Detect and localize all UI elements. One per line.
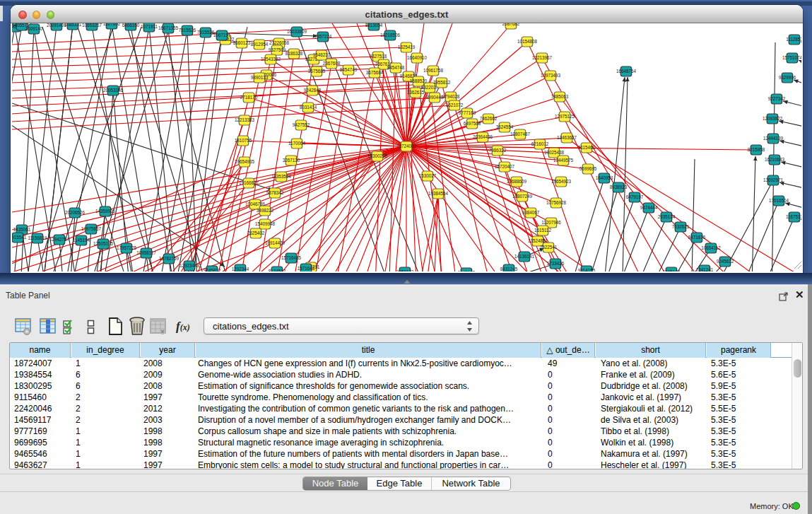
svg-text:14359926: 14359926 bbox=[95, 209, 116, 214]
svg-text:10961758: 10961758 bbox=[423, 68, 444, 73]
svg-text:1167531: 1167531 bbox=[786, 214, 801, 219]
svg-text:2522541: 2522541 bbox=[540, 245, 558, 250]
svg-text:18300295: 18300295 bbox=[367, 153, 388, 158]
svg-text:1362615: 1362615 bbox=[407, 90, 425, 95]
svg-text:1292344: 1292344 bbox=[232, 267, 249, 271]
svg-text:1640953: 1640953 bbox=[596, 175, 613, 180]
svg-text:10654112: 10654112 bbox=[701, 245, 721, 250]
svg-text:8471676: 8471676 bbox=[688, 235, 706, 240]
svg-text:13449575: 13449575 bbox=[553, 158, 574, 163]
svg-text:9474444: 9474444 bbox=[640, 205, 658, 210]
svg-text:7625402: 7625402 bbox=[247, 230, 265, 235]
svg-text:20206526: 20206526 bbox=[65, 210, 86, 215]
svg-text:9314155: 9314155 bbox=[578, 268, 596, 271]
svg-text:18724007: 18724007 bbox=[396, 144, 417, 148]
svg-text:8990448: 8990448 bbox=[426, 95, 444, 100]
svg-text:12975125: 12975125 bbox=[555, 114, 575, 119]
svg-text:1067191: 1067191 bbox=[213, 33, 231, 37]
svg-text:19654935: 19654935 bbox=[235, 159, 255, 164]
svg-text:9384067: 9384067 bbox=[522, 210, 540, 215]
svg-text:20053346: 20053346 bbox=[103, 88, 124, 93]
svg-text:17957225: 17957225 bbox=[117, 245, 137, 250]
svg-text:11156819: 11156819 bbox=[28, 235, 47, 240]
svg-text:8660123: 8660123 bbox=[233, 40, 251, 45]
svg-text:10756928: 10756928 bbox=[546, 200, 567, 205]
svg-text:12444139: 12444139 bbox=[763, 136, 784, 141]
svg-text:16782759: 16782759 bbox=[159, 256, 180, 261]
svg-text:6466160: 6466160 bbox=[122, 23, 140, 28]
svg-text:23226058: 23226058 bbox=[269, 40, 290, 45]
svg-text:2009140: 2009140 bbox=[25, 26, 43, 31]
svg-text:2087682: 2087682 bbox=[502, 23, 520, 26]
svg-text:16640910: 16640910 bbox=[407, 55, 428, 60]
svg-text:10807487: 10807487 bbox=[510, 132, 531, 136]
svg-text:7632621: 7632621 bbox=[672, 224, 690, 229]
svg-text:1530027: 1530027 bbox=[419, 173, 437, 178]
svg-text:9658123: 9658123 bbox=[396, 269, 414, 271]
svg-text:1085331: 1085331 bbox=[64, 23, 82, 27]
svg-text:12923448: 12923448 bbox=[180, 263, 200, 268]
svg-text:10025438: 10025438 bbox=[544, 150, 565, 155]
svg-text:8031414: 8031414 bbox=[300, 105, 317, 110]
svg-text:19654923: 19654923 bbox=[551, 179, 572, 184]
svg-text:12505135: 12505135 bbox=[93, 241, 114, 246]
svg-text:3915541: 3915541 bbox=[12, 235, 27, 240]
svg-text:11207946: 11207946 bbox=[541, 220, 561, 225]
svg-text:15716485: 15716485 bbox=[281, 255, 302, 260]
svg-text:10958117: 10958117 bbox=[136, 250, 156, 255]
svg-text:6497568: 6497568 bbox=[464, 121, 481, 126]
svg-text:18807249: 18807249 bbox=[512, 194, 533, 199]
svg-text:2935134: 2935134 bbox=[658, 214, 676, 219]
svg-text:1112853: 1112853 bbox=[786, 37, 801, 42]
svg-text:15409948: 15409948 bbox=[255, 221, 276, 226]
svg-text:1145194: 1145194 bbox=[73, 238, 90, 243]
svg-text:10543382: 10543382 bbox=[261, 57, 281, 62]
svg-text:15751074: 15751074 bbox=[782, 55, 801, 60]
svg-text:7515526: 7515526 bbox=[197, 30, 215, 35]
svg-text:10154808: 10154808 bbox=[517, 39, 538, 44]
svg-text:1435061: 1435061 bbox=[13, 227, 31, 232]
svg-text:1546231: 1546231 bbox=[313, 52, 331, 57]
svg-text:1733426: 1733426 bbox=[547, 261, 565, 266]
svg-text:7485063: 7485063 bbox=[551, 94, 569, 99]
svg-text:16648764: 16648764 bbox=[616, 69, 637, 74]
svg-text:1170064: 1170064 bbox=[288, 141, 306, 146]
svg-text:12942757: 12942757 bbox=[49, 237, 70, 242]
svg-text:9794028: 9794028 bbox=[442, 94, 460, 99]
svg-text:3498222: 3498222 bbox=[257, 208, 274, 213]
svg-text:1845123: 1845123 bbox=[663, 269, 681, 271]
svg-text:16671355: 16671355 bbox=[158, 25, 179, 30]
svg-text:14136141: 14136141 bbox=[514, 254, 535, 259]
svg-text:9327509: 9327509 bbox=[269, 47, 286, 52]
svg-text:9427552: 9427552 bbox=[293, 122, 310, 127]
svg-text:7955812: 7955812 bbox=[433, 80, 451, 85]
svg-text:9329996: 9329996 bbox=[779, 75, 796, 80]
svg-text:1571648: 1571648 bbox=[298, 266, 315, 271]
svg-text:12093822: 12093822 bbox=[763, 116, 783, 121]
svg-text:12213383: 12213383 bbox=[235, 117, 255, 122]
svg-text:1071911: 1071911 bbox=[141, 24, 158, 29]
svg-text:13692971: 13692971 bbox=[763, 177, 784, 182]
svg-text:15720407: 15720407 bbox=[495, 164, 515, 169]
svg-text:2718170: 2718170 bbox=[240, 95, 258, 100]
svg-text:13463627: 13463627 bbox=[557, 135, 577, 140]
svg-text:1325419: 1325419 bbox=[398, 45, 416, 49]
svg-text:16914479: 16914479 bbox=[265, 240, 286, 245]
svg-text:8813054: 8813054 bbox=[365, 23, 383, 28]
svg-text:9227342: 9227342 bbox=[768, 96, 786, 101]
svg-text:7515526: 7515526 bbox=[179, 28, 196, 33]
svg-text:9777169: 9777169 bbox=[459, 110, 476, 115]
svg-text:19384554: 19384554 bbox=[428, 191, 449, 196]
svg-text:10653267: 10653267 bbox=[82, 23, 102, 28]
svg-text:10688609: 10688609 bbox=[507, 179, 527, 184]
svg-text:8431245: 8431245 bbox=[500, 267, 518, 271]
svg-text:11353594: 11353594 bbox=[271, 174, 291, 179]
svg-text:16033809: 16033809 bbox=[287, 29, 307, 34]
svg-text:0699695: 0699695 bbox=[579, 166, 597, 171]
svg-text:9890133: 9890133 bbox=[251, 75, 269, 80]
svg-text:3624554: 3624554 bbox=[496, 124, 514, 129]
svg-text:19218506: 19218506 bbox=[380, 33, 401, 37]
svg-text:5878342: 5878342 bbox=[266, 190, 284, 195]
svg-text:2367608: 2367608 bbox=[323, 61, 341, 66]
svg-text:19166827: 19166827 bbox=[239, 180, 259, 185]
